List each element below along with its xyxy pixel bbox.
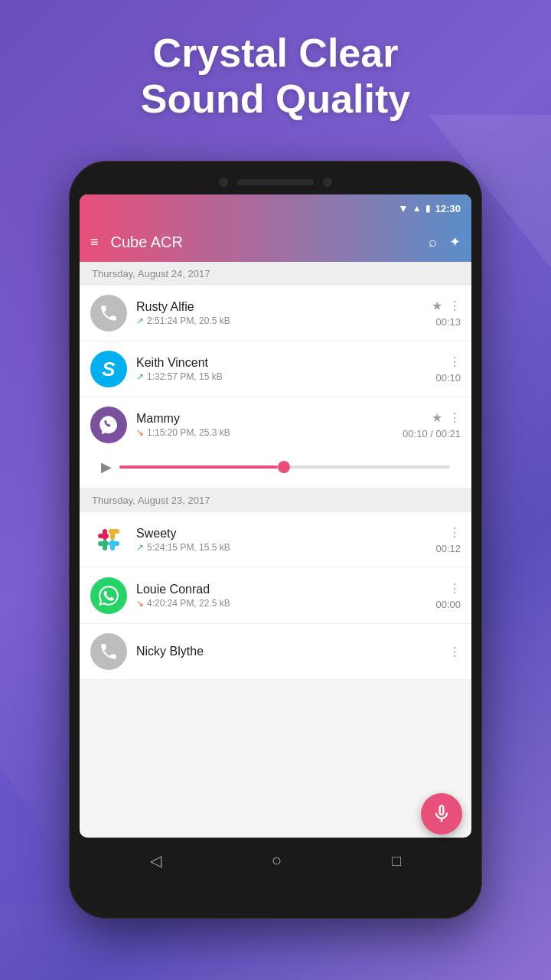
content-list: Thursday, August 24, 2017 Rusty Alfie ↗ … — [80, 262, 471, 680]
player-bar: ▶ — [90, 452, 461, 479]
duration-keith: 00:10 — [435, 372, 461, 384]
avatar-keith: S — [90, 351, 127, 387]
call-actions-keith: ⋮ — [448, 354, 461, 369]
date-separator-1: Thursday, August 24, 2017 — [80, 262, 471, 286]
date-separator-2: Thursday, August 23, 2017 — [80, 488, 471, 512]
call-right-louie: ⋮ 00:00 — [435, 581, 461, 610]
status-icons: ▼ ▲ ▮ — [398, 202, 431, 214]
signal-icon: ▲ — [412, 203, 422, 214]
call-detail-sweety: ↗ 5:24:15 PM, 15.5 kB — [136, 542, 426, 553]
status-bar: ▼ ▲ ▮ 12:30 — [80, 194, 471, 222]
call-name-keith: Keith Vincent — [136, 356, 426, 370]
progress-track[interactable] — [119, 466, 450, 469]
more-sweety[interactable]: ⋮ — [448, 525, 461, 540]
call-right-keith: ⋮ 00:10 — [435, 354, 461, 384]
direction-icon-louie: ↘ — [136, 598, 144, 609]
avatar-sweety — [90, 521, 127, 558]
avatar-louie — [90, 577, 127, 614]
call-actions-nicky: ⋮ — [448, 645, 461, 659]
progress-thumb[interactable] — [278, 461, 290, 473]
call-item-sweety[interactable]: Sweety ↗ 5:24:15 PM, 15.5 kB ⋮ 00:12 — [80, 512, 471, 568]
phone-camera-2 — [323, 178, 332, 187]
app-title: Cube ACR — [111, 234, 416, 251]
duration-louie: 00:00 — [435, 599, 461, 610]
call-name-mammy: Mammy — [136, 412, 393, 426]
direction-icon-rusty: ↗ — [136, 315, 144, 326]
duration-mammy: 00:10 / 00:21 — [403, 428, 461, 439]
recents-button[interactable]: □ — [392, 852, 401, 870]
play-button[interactable]: ▶ — [101, 459, 112, 475]
call-info-keith: Keith Vincent ↗ 1:32:57 PM, 15 kB — [136, 356, 426, 382]
svg-rect-4 — [109, 541, 119, 546]
svg-rect-0 — [92, 523, 126, 557]
progress-fill — [119, 466, 278, 469]
call-item-rusty[interactable]: Rusty Alfie ↗ 2:51:24 PM, 20.5 kB ★ ⋮ 00… — [80, 286, 471, 341]
back-button[interactable]: ◁ — [150, 851, 161, 870]
call-name-louie: Louie Conrad — [136, 583, 426, 596]
call-actions-rusty: ★ ⋮ — [432, 299, 461, 313]
avatar-nicky — [90, 633, 127, 670]
call-actions-sweety: ⋮ — [448, 525, 461, 540]
call-actions-mammy: ★ ⋮ — [432, 410, 461, 425]
svg-rect-6 — [103, 540, 107, 550]
duration-sweety: 00:12 — [435, 543, 461, 554]
call-detail-louie: ↘ 4:20:24 PM, 22.5 kB — [136, 598, 426, 609]
duration-rusty: 00:13 — [435, 316, 461, 328]
call-detail-rusty: ↗ 2:51:24 PM, 20.5 kB — [136, 315, 422, 326]
header-line1: Crystal Clear — [0, 31, 551, 77]
avatar-mammy — [90, 407, 127, 443]
call-detail-keith: ↗ 1:32:57 PM, 15 kB — [136, 371, 426, 382]
call-actions-louie: ⋮ — [448, 581, 461, 596]
call-info-louie: Louie Conrad ↘ 4:20:24 PM, 22.5 kB — [136, 583, 426, 609]
call-name-sweety: Sweety — [136, 527, 426, 541]
star-mammy[interactable]: ★ — [432, 410, 442, 425]
phone-top-bar — [80, 172, 471, 194]
wifi-icon: ▼ — [398, 202, 409, 214]
fab-record[interactable] — [421, 793, 462, 835]
call-item-mammy[interactable]: Mammy ↘ 1:15:20 PM, 25.3 kB ★ ⋮ 00:10 / … — [80, 397, 471, 488]
phone-screen: ▼ ▲ ▮ 12:30 ≡ Cube ACR ⌕ ✦ Thursday, Aug… — [80, 194, 471, 838]
call-info-sweety: Sweety ↗ 5:24:15 PM, 15.5 kB — [136, 527, 426, 553]
call-item-nicky[interactable]: Nicky Blythe ⋮ — [80, 624, 471, 680]
avatar-rusty — [90, 295, 127, 332]
phone-camera — [219, 178, 228, 187]
svg-rect-2 — [98, 534, 109, 538]
app-toolbar: ≡ Cube ACR ⌕ ✦ — [80, 222, 471, 262]
more-rusty[interactable]: ⋮ — [448, 299, 461, 313]
favorites-icon[interactable]: ✦ — [449, 234, 461, 250]
call-item-keith[interactable]: S Keith Vincent ↗ 1:32:57 PM, 15 kB ⋮ — [80, 341, 471, 397]
call-name-rusty: Rusty Alfie — [136, 300, 422, 314]
menu-icon[interactable]: ≡ — [90, 234, 99, 250]
call-info-nicky: Nicky Blythe — [136, 645, 439, 658]
direction-icon-sweety: ↗ — [136, 542, 144, 553]
star-rusty[interactable]: ★ — [432, 299, 442, 313]
call-right-rusty: ★ ⋮ 00:13 — [432, 299, 461, 328]
svg-rect-8 — [110, 529, 115, 540]
more-nicky[interactable]: ⋮ — [448, 645, 461, 659]
phone-nav: ◁ ○ □ — [80, 838, 471, 884]
search-icon[interactable]: ⌕ — [429, 234, 437, 250]
more-mammy[interactable]: ⋮ — [448, 410, 461, 425]
direction-icon-mammy: ↘ — [136, 427, 144, 438]
status-time: 12:30 — [435, 203, 461, 214]
call-info-mammy: Mammy ↘ 1:15:20 PM, 25.3 kB — [136, 412, 393, 438]
phone-mockup: ▼ ▲ ▮ 12:30 ≡ Cube ACR ⌕ ✦ Thursday, Aug… — [69, 161, 482, 919]
call-item-louie[interactable]: Louie Conrad ↘ 4:20:24 PM, 22.5 kB ⋮ 00:… — [80, 568, 471, 624]
direction-icon-keith: ↗ — [136, 371, 144, 382]
call-detail-mammy: ↘ 1:15:20 PM, 25.3 kB — [136, 427, 393, 438]
battery-icon: ▮ — [425, 203, 431, 214]
call-right-mammy: ★ ⋮ 00:10 / 00:21 — [403, 410, 461, 439]
home-button[interactable]: ○ — [272, 851, 282, 871]
phone-speaker — [237, 179, 314, 185]
call-right-nicky: ⋮ — [448, 645, 461, 659]
more-keith[interactable]: ⋮ — [448, 354, 461, 369]
more-louie[interactable]: ⋮ — [448, 581, 461, 596]
call-info-rusty: Rusty Alfie ↗ 2:51:24 PM, 20.5 kB — [136, 300, 422, 326]
call-name-nicky: Nicky Blythe — [136, 645, 439, 658]
call-right-sweety: ⋮ 00:12 — [435, 525, 461, 554]
